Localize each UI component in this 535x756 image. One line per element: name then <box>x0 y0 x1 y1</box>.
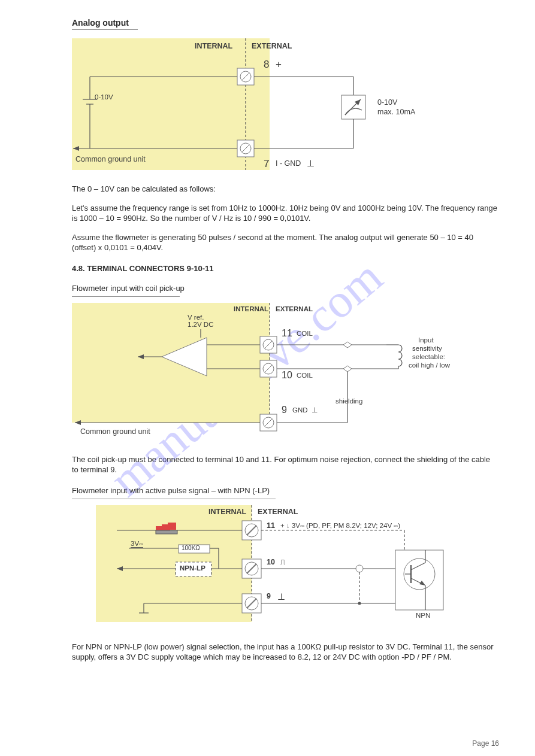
section2-subtitle: Flowmeter input with coil pick-up <box>72 284 505 293</box>
d2-gndsym: ⊥ <box>312 406 318 414</box>
section1-title: Analog output <box>72 18 505 28</box>
d2-t11l: COIL <box>297 330 313 337</box>
page: manualshive.com Analog output <box>0 0 535 756</box>
svg-point-78 <box>358 602 361 605</box>
d3-t10: 10 <box>267 558 275 566</box>
d3-npnlp: NPN-LP <box>180 564 205 572</box>
svg-rect-60 <box>156 530 177 534</box>
d1-external: EXTERNAL <box>252 42 292 50</box>
diagram-npn: INTERNAL EXTERNAL 11 + ↓ 3V⎓ (PD, PF, PM… <box>72 505 505 631</box>
section2-title: 4.8. TERMINAL CONNECTORS 9-10-11 <box>72 264 505 273</box>
d1-load2: max. 10mA <box>377 108 415 116</box>
page-number: Page 16 <box>472 739 499 748</box>
diagram-analog-output: INTERNAL EXTERNAL 8 + 7 I - GND ⊥ 0-10V … <box>72 38 505 173</box>
section2-line <box>72 296 180 297</box>
d3-t11: 11 <box>267 521 275 530</box>
svg-marker-38 <box>343 342 352 348</box>
d2-cg: Common ground unit <box>80 427 150 436</box>
para1: The 0 – 10V can be calculated as follows… <box>72 184 497 195</box>
d1-term7-lbl: I - GND <box>276 159 301 168</box>
diagram1-svg <box>72 38 491 173</box>
para5: For NPN or NPN-LP (low power) signal sel… <box>72 642 497 663</box>
d1-load1: 0-10V <box>377 98 397 107</box>
d2-n4: coil high / low <box>409 362 450 369</box>
d2-internal: INTERNAL <box>234 305 268 312</box>
para3: Assume the flowmeter is generating 50 pu… <box>72 232 497 253</box>
d2-t11: 11 <box>282 328 292 339</box>
d3-res: 100KΩ <box>182 545 200 551</box>
svg-point-76 <box>356 565 363 572</box>
diagram-coil-pickup: INTERNAL EXTERNAL V ref. 1.2V DC 11 COIL… <box>72 303 505 444</box>
d3-internal: INTERNAL <box>208 508 246 516</box>
para2: Let's assume the frequency range is set … <box>72 203 497 224</box>
d3-external: EXTERNAL <box>258 508 298 516</box>
d2-n1: Input <box>418 336 434 344</box>
d1-term7: 7 <box>264 158 269 170</box>
svg-rect-59 <box>168 523 176 530</box>
d3-gndsym: ⊥ <box>277 591 285 602</box>
d1-cg: Common ground unit <box>75 155 146 163</box>
d2-n2: sensitivity <box>412 345 442 352</box>
svg-rect-16 <box>341 95 365 119</box>
d2-t9l: GND <box>292 406 308 414</box>
d2-t10: 10 <box>282 370 292 381</box>
d3-npn: NPN <box>416 612 430 619</box>
section3-title: Flowmeter input with active pulse signal… <box>72 486 505 495</box>
d2-t10l: COIL <box>297 372 313 379</box>
svg-marker-67 <box>117 566 123 571</box>
section3-line <box>72 499 276 499</box>
d2-n3: selectable: <box>412 353 445 360</box>
d3-t9: 9 <box>267 592 271 600</box>
d2-vref: V ref. 1.2V DC <box>188 314 213 328</box>
section1-underline <box>72 29 138 30</box>
d1-term8: 8 <box>264 59 269 71</box>
d1-term8-sign: + <box>276 59 282 71</box>
d1-gndsym: ⊥ <box>307 158 315 169</box>
d1-internal: INTERNAL <box>195 42 232 50</box>
svg-marker-13 <box>73 146 79 151</box>
svg-marker-39 <box>343 366 352 372</box>
svg-marker-45 <box>75 420 81 425</box>
d2-shield: shielding <box>335 397 362 405</box>
d1-vsrc: 0-10V <box>95 93 113 101</box>
svg-marker-22 <box>162 338 207 376</box>
d3-t11e: + ↓ 3V⎓ (PD, PF, PM 8.2V; 12V; 24V ⎓) <box>280 522 400 529</box>
d2-external: EXTERNAL <box>276 305 313 312</box>
para4: The coil pick-up must be connected to te… <box>72 454 497 475</box>
d3-pulse-icon: ⎍ <box>280 558 285 566</box>
d2-t9: 9 <box>282 405 287 415</box>
svg-marker-26 <box>138 354 144 359</box>
d3-3v: 3V⎓ <box>131 540 143 548</box>
